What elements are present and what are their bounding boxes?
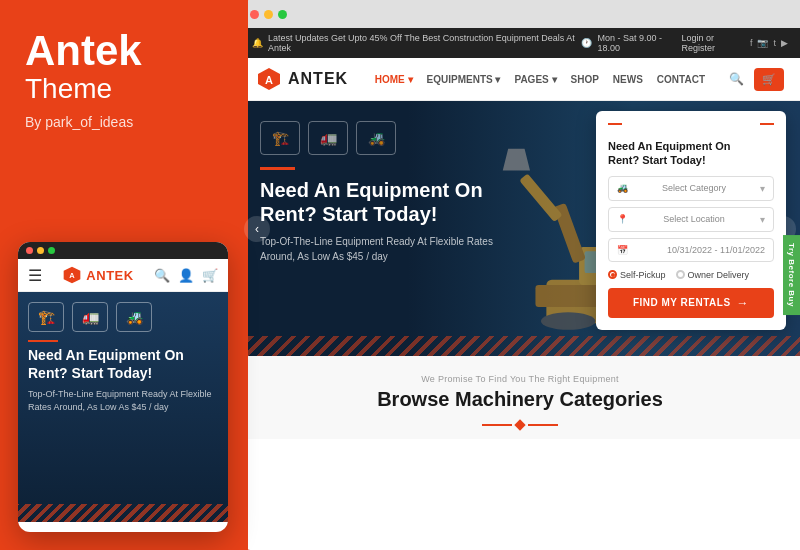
bottom-section: We Promise To Find You The Right Equipme… (240, 356, 800, 439)
announce-hours: Mon - Sat 9.00 - 18.00 (597, 33, 681, 53)
hero-icon-truck: 🚛 (308, 121, 348, 155)
owner-delivery-label: Owner Delivery (688, 270, 750, 280)
radio-dot-filled (608, 270, 617, 279)
hamburger-icon[interactable]: ☰ (28, 266, 42, 285)
hero-title: Need An Equipment On Rent? Start Today! (260, 178, 540, 226)
mobile-hero-accent-line (28, 340, 58, 342)
svg-text:A: A (265, 74, 273, 86)
bottom-title-decoration (256, 421, 784, 429)
announce-right: Login or Register f 📷 t ▶ (681, 33, 788, 53)
browser-dot-red[interactable] (250, 10, 259, 19)
radio-dot-inner (611, 273, 615, 277)
instagram-icon[interactable]: 📷 (757, 38, 768, 48)
nav-contact[interactable]: CONTACT (657, 74, 705, 85)
radio-dot-empty (676, 270, 685, 279)
mobile-hero-title: Need An Equipment On Rent? Start Today! (28, 346, 218, 382)
browser-window: 🔔 Latest Updates Get Upto 45% Off The Be… (240, 0, 800, 550)
rental-panel-title: Need An Equipment On Rent? Start Today! (608, 139, 748, 168)
svg-text:A: A (70, 271, 76, 280)
svg-point-6 (541, 312, 596, 329)
nav-actions: 🔍 🛒 (729, 68, 784, 91)
nav-home[interactable]: HOME ▾ (375, 74, 413, 85)
rental-category-placeholder: Select Category (662, 183, 726, 193)
self-pickup-radio[interactable]: Self-Pickup (608, 270, 666, 280)
browser-dot-yellow[interactable] (264, 10, 273, 19)
facebook-icon[interactable]: f (750, 38, 753, 48)
cart-icon[interactable]: 🛒 (202, 268, 218, 283)
rental-panel-header (608, 123, 774, 129)
cart-button[interactable]: 🛒 (754, 68, 784, 91)
mobile-logo-text: ANTEK (86, 268, 133, 283)
find-rentals-button[interactable]: FIND MY RENTALS → (608, 288, 774, 318)
nav-bar: A ANTEK HOME ▾ EQUIPMENTS ▾ PAGES ▾ SHOP… (240, 58, 800, 101)
nav-logo-text: ANTEK (288, 70, 348, 88)
social-icons: f 📷 t ▶ (750, 38, 788, 48)
bottom-title: Browse Machinery Categories (256, 388, 784, 411)
location-icon: 📍 (617, 214, 628, 224)
mobile-hero-desc: Top-Of-The-Line Equipment Ready At Flexi… (28, 388, 218, 413)
rental-location-field[interactable]: 📍 Select Location ▾ (608, 207, 774, 232)
rental-panel: Need An Equipment On Rent? Start Today! … (596, 111, 786, 330)
clock-icon: 🕐 (581, 38, 592, 48)
hero-icon-excavator: 🚜 (356, 121, 396, 155)
rental-deco-line-left (608, 123, 622, 125)
mobile-hero: 🏗️ 🚛 🚜 Need An Equipment On Rent? Start … (18, 292, 228, 522)
announce-left: 🔔 Latest Updates Get Upto 45% Off The Be… (252, 33, 581, 53)
nav-logo: A ANTEK (256, 66, 348, 92)
user-icon[interactable]: 👤 (178, 268, 194, 283)
deco-line-right (528, 424, 558, 426)
mobile-logo-icon: A (62, 265, 82, 285)
rental-category-chevron: ▾ (760, 183, 765, 194)
owner-delivery-radio[interactable]: Owner Delivery (676, 270, 750, 280)
brand-by: By park_of_ideas (25, 114, 223, 130)
login-link[interactable]: Login or Register (681, 33, 744, 53)
announce-center: 🕐 Mon - Sat 9.00 - 18.00 (581, 33, 681, 53)
mobile-hero-stripe (18, 504, 228, 522)
rental-date-field[interactable]: 📅 10/31/2022 - 11/01/2022 (608, 238, 774, 262)
nav-logo-icon: A (256, 66, 282, 92)
hero-prev-button[interactable]: ‹ (244, 216, 270, 242)
try-before-buy-tab[interactable]: Try Before Buy (783, 235, 800, 315)
hero-icons-row: 🏗️ 🚛 🚜 (260, 121, 540, 155)
brand-subtitle: Theme (25, 72, 223, 106)
left-panel: Antek Theme By park_of_ideas ☰ A ANTEK 🔍… (0, 0, 248, 550)
brand-title: Antek (25, 30, 223, 72)
nav-news[interactable]: NEWS (613, 74, 643, 85)
mobile-preview-card: ☰ A ANTEK 🔍 👤 🛒 🏗️ 🚛 🚜 Need An Equ (18, 242, 228, 532)
rental-category-field[interactable]: 🚜 Select Category ▾ (608, 176, 774, 201)
bottom-tagline: We Promise To Find You The Right Equipme… (256, 374, 784, 384)
nav-shop[interactable]: SHOP (571, 74, 599, 85)
hero-content: 🏗️ 🚛 🚜 Need An Equipment On Rent? Start … (260, 121, 540, 264)
hero-desc: Top-Of-The-Line Equipment Ready At Flexi… (260, 234, 520, 264)
search-icon[interactable]: 🔍 (154, 268, 170, 283)
browser-topbar (240, 0, 800, 28)
mobile-icons: 🔍 👤 🛒 (154, 268, 218, 283)
nav-links: HOME ▾ EQUIPMENTS ▾ PAGES ▾ SHOP NEWS CO… (375, 74, 705, 85)
self-pickup-label: Self-Pickup (620, 270, 666, 280)
browser-dot-green[interactable] (278, 10, 287, 19)
mobile-icon-truck: 🚛 (72, 302, 108, 332)
twitter-icon[interactable]: t (773, 38, 776, 48)
mobile-icon-tractor: 🚜 (116, 302, 152, 332)
rental-date-value: 10/31/2022 - 11/01/2022 (667, 245, 765, 255)
nav-pages[interactable]: PAGES ▾ (514, 74, 556, 85)
hero-section: 🏗️ 🚛 🚜 Need An Equipment On Rent? Start … (240, 101, 800, 356)
rental-category-icon: 🚜 (617, 183, 628, 193)
youtube-icon[interactable]: ▶ (781, 38, 788, 48)
find-btn-arrow-icon: → (737, 296, 750, 310)
rental-location-chevron: ▾ (760, 214, 765, 225)
rental-location-placeholder: Select Location (663, 214, 725, 224)
calendar-icon: 📅 (617, 245, 628, 255)
announce-icon: 🔔 (252, 38, 263, 48)
mobile-topbar (18, 242, 228, 259)
dot-green (48, 247, 55, 254)
nav-equipments[interactable]: EQUIPMENTS ▾ (427, 74, 501, 85)
dot-yellow (37, 247, 44, 254)
dot-red (26, 247, 33, 254)
mobile-header: ☰ A ANTEK 🔍 👤 🛒 (18, 259, 228, 292)
deco-diamond (514, 419, 525, 430)
announce-bar: 🔔 Latest Updates Get Upto 45% Off The Be… (240, 28, 800, 58)
hero-accent-line (260, 167, 295, 170)
search-icon[interactable]: 🔍 (729, 72, 744, 86)
mobile-logo: A ANTEK (62, 265, 133, 285)
